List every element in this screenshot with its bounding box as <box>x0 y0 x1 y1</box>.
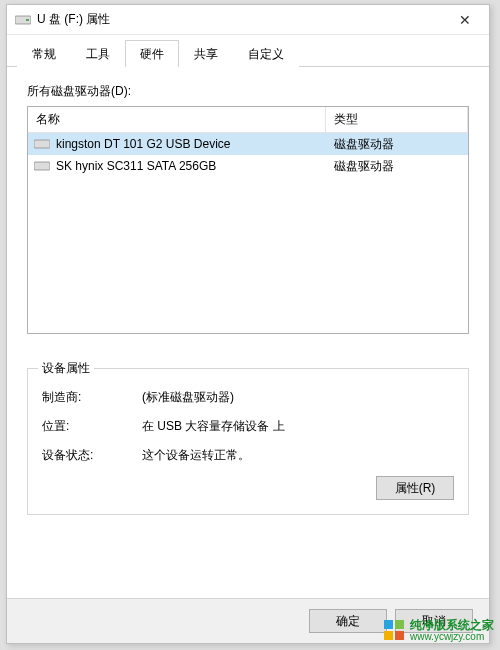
device-row[interactable]: kingston DT 101 G2 USB Device 磁盘驱动器 <box>28 133 468 155</box>
manufacturer-row: 制造商: (标准磁盘驱动器) <box>42 389 454 406</box>
tab-customize[interactable]: 自定义 <box>233 40 299 67</box>
disk-icon <box>34 160 50 172</box>
title-bar: U 盘 (F:) 属性 ✕ <box>7 5 489 35</box>
close-button[interactable]: ✕ <box>445 7 485 33</box>
watermark-logo-icon <box>384 620 404 640</box>
tab-strip: 常规 工具 硬件 共享 自定义 <box>7 35 489 67</box>
disk-icon <box>34 138 50 150</box>
watermark-text: 纯净版系统之家 www.ycwjzy.com <box>410 619 494 642</box>
status-value: 这个设备运转正常。 <box>142 447 454 464</box>
device-properties-title: 设备属性 <box>38 360 94 377</box>
close-icon: ✕ <box>459 12 471 28</box>
manufacturer-label: 制造商: <box>42 389 142 406</box>
properties-dialog: U 盘 (F:) 属性 ✕ 常规 工具 硬件 共享 自定义 所有磁盘驱动器(D)… <box>6 4 490 644</box>
tab-hardware[interactable]: 硬件 <box>125 40 179 67</box>
watermark-line1: 纯净版系统之家 <box>410 619 494 632</box>
watermark-line2: www.ycwjzy.com <box>410 632 494 643</box>
location-row: 位置: 在 USB 大容量存储设备 上 <box>42 418 454 435</box>
ok-button[interactable]: 确定 <box>309 609 387 633</box>
svg-rect-1 <box>26 19 29 21</box>
svg-rect-2 <box>34 140 50 148</box>
device-list[interactable]: 名称 类型 kingston DT 101 G2 USB Device 磁盘驱动… <box>27 106 469 334</box>
device-row-name: SK hynix SC311 SATA 256GB <box>56 159 216 173</box>
tab-content-hardware: 所有磁盘驱动器(D): 名称 类型 kingston DT 101 G2 USB… <box>7 67 489 598</box>
tab-tools[interactable]: 工具 <box>71 40 125 67</box>
device-list-header: 名称 类型 <box>28 107 468 133</box>
device-properties-button[interactable]: 属性(R) <box>376 476 454 500</box>
watermark: 纯净版系统之家 www.ycwjzy.com <box>378 617 500 644</box>
window-title: U 盘 (F:) 属性 <box>37 11 445 28</box>
device-list-label: 所有磁盘驱动器(D): <box>27 83 469 100</box>
device-row-type: 磁盘驱动器 <box>326 158 468 175</box>
device-properties-group: 设备属性 制造商: (标准磁盘驱动器) 位置: 在 USB 大容量存储设备 上 … <box>27 368 469 515</box>
location-value: 在 USB 大容量存储设备 上 <box>142 418 454 435</box>
device-row-name: kingston DT 101 G2 USB Device <box>56 137 231 151</box>
tab-sharing[interactable]: 共享 <box>179 40 233 67</box>
status-row: 设备状态: 这个设备运转正常。 <box>42 447 454 464</box>
drive-icon <box>15 13 31 27</box>
column-header-type[interactable]: 类型 <box>326 107 468 132</box>
device-row-name-cell: SK hynix SC311 SATA 256GB <box>28 159 326 173</box>
svg-rect-3 <box>34 162 50 170</box>
manufacturer-value: (标准磁盘驱动器) <box>142 389 454 406</box>
device-row[interactable]: SK hynix SC311 SATA 256GB 磁盘驱动器 <box>28 155 468 177</box>
tab-general[interactable]: 常规 <box>17 40 71 67</box>
status-label: 设备状态: <box>42 447 142 464</box>
device-list-body: kingston DT 101 G2 USB Device 磁盘驱动器 SK h… <box>28 133 468 333</box>
location-label: 位置: <box>42 418 142 435</box>
column-header-name[interactable]: 名称 <box>28 107 326 132</box>
device-row-name-cell: kingston DT 101 G2 USB Device <box>28 137 326 151</box>
device-row-type: 磁盘驱动器 <box>326 136 468 153</box>
